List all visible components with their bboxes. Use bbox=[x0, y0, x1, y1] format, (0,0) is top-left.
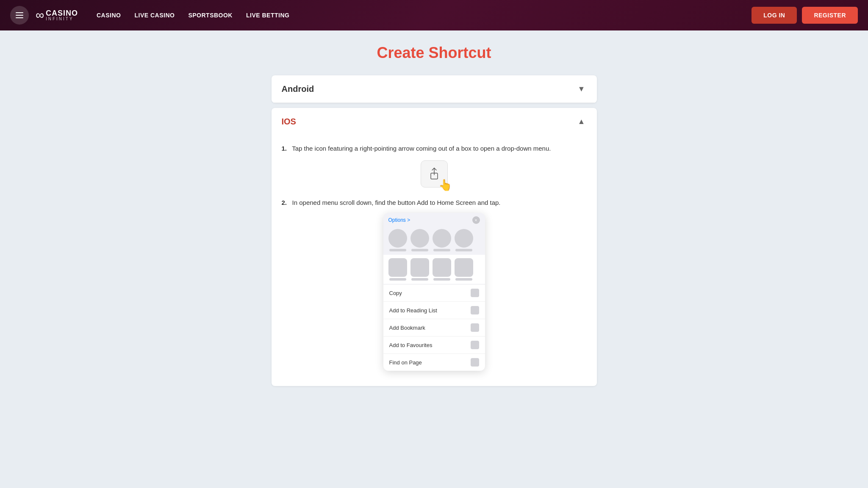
ios-menu-item-copy-icon bbox=[471, 289, 479, 297]
ios-circle-icon bbox=[433, 229, 451, 248]
ios-menu-item-copy-label: Copy bbox=[389, 290, 402, 296]
cursor-hand-icon: 👆 bbox=[438, 179, 452, 192]
ios-app-icons-row bbox=[383, 226, 485, 255]
ios-circle-icon bbox=[455, 229, 473, 248]
logo-infinity-symbol: ∞ bbox=[36, 9, 44, 21]
ios-menu-item-copy[interactable]: Copy bbox=[383, 284, 485, 302]
ios-square-icon bbox=[455, 258, 473, 277]
ios-app-square-4 bbox=[455, 258, 473, 281]
ios-options-label: Options > bbox=[388, 217, 410, 223]
ios-close-button[interactable]: × bbox=[472, 216, 480, 224]
android-accordion-title: Android bbox=[282, 84, 314, 94]
login-button[interactable]: LOG IN bbox=[752, 7, 797, 24]
ios-icon-label bbox=[433, 278, 450, 281]
ios-menu-item-find-icon bbox=[471, 358, 479, 367]
header: ∞ casino infinity CASINO LIVE CASINO SPO… bbox=[0, 0, 868, 30]
header-actions: LOG IN REGISTER bbox=[752, 7, 858, 24]
nav-live-betting[interactable]: LIVE BETTING bbox=[241, 8, 294, 22]
ios-icon-label bbox=[433, 249, 450, 251]
ios-app-icon-1 bbox=[388, 229, 407, 251]
ios-app-squares-row bbox=[383, 255, 485, 284]
ios-square-icon bbox=[388, 258, 407, 277]
ios-menu-item-reading-list-label: Add to Reading List bbox=[389, 307, 437, 314]
ios-accordion-content: 1. Tap the icon featuring a right-pointi… bbox=[272, 135, 597, 386]
ios-circle-icon bbox=[388, 229, 407, 248]
ios-icon-label bbox=[455, 249, 472, 251]
main-content: Create Shortcut Android ▼ IOS ▲ 1. Tap t… bbox=[265, 30, 604, 405]
ios-step1-text: 1. Tap the icon featuring a right-pointi… bbox=[282, 143, 587, 154]
page-title: Create Shortcut bbox=[272, 44, 597, 62]
ios-app-square-2 bbox=[410, 258, 429, 281]
nav-casino[interactable]: CASINO bbox=[92, 8, 126, 22]
ios-menu-item-find[interactable]: Find on Page bbox=[383, 354, 485, 371]
ios-accordion: IOS ▲ 1. Tap the icon featuring a right-… bbox=[272, 108, 597, 386]
ios-menu-item-bookmark-icon bbox=[471, 323, 479, 332]
android-accordion-header[interactable]: Android ▼ bbox=[272, 75, 597, 103]
ios-menu-item-bookmark-label: Add Bookmark bbox=[389, 325, 425, 331]
ios-menu-item-bookmark[interactable]: Add Bookmark bbox=[383, 319, 485, 336]
ios-menu-list: Copy Add to Reading List Add Bookmark bbox=[383, 284, 485, 371]
android-accordion: Android ▼ bbox=[272, 75, 597, 103]
ios-menu-screenshot: Options > × bbox=[282, 213, 587, 371]
ios-accordion-header[interactable]: IOS ▲ bbox=[272, 108, 597, 135]
ios-chevron-icon: ▲ bbox=[577, 116, 587, 127]
logo[interactable]: ∞ casino infinity bbox=[36, 9, 78, 21]
android-chevron-icon: ▼ bbox=[577, 84, 587, 94]
ios-app-icon-4 bbox=[455, 229, 473, 251]
ios-menu-item-reading-list-icon bbox=[471, 306, 479, 314]
ios-step2-text: 2. In opened menu scroll down, find the … bbox=[282, 198, 587, 208]
ios-icon-label bbox=[389, 249, 406, 251]
hamburger-icon bbox=[16, 12, 23, 18]
nav-live-casino[interactable]: LIVE CASINO bbox=[129, 8, 180, 22]
ios-square-icon bbox=[410, 258, 429, 277]
hamburger-button[interactable] bbox=[10, 6, 29, 25]
ios-step2-number: 2. bbox=[282, 199, 287, 206]
logo-infinity-text: infinity bbox=[46, 17, 78, 21]
main-nav: CASINO LIVE CASINO SPORTSBOOK LIVE BETTI… bbox=[92, 8, 752, 22]
ios-icon-label bbox=[411, 249, 428, 251]
ios-square-icon bbox=[433, 258, 451, 277]
ios-menu-top-bar: Options > × bbox=[383, 213, 485, 226]
share-icon-illustration: 👆 bbox=[282, 160, 587, 187]
register-button[interactable]: REGISTER bbox=[802, 7, 858, 24]
ios-app-icon-3 bbox=[433, 229, 451, 251]
ios-app-icon-2 bbox=[410, 229, 429, 251]
logo-casino-text: casino bbox=[46, 9, 78, 17]
ios-icon-label bbox=[455, 278, 472, 281]
ios-menu-inner: Options > × bbox=[383, 213, 485, 371]
ios-icon-label bbox=[411, 278, 428, 281]
ios-circle-icon bbox=[410, 229, 429, 248]
ios-accordion-title: IOS bbox=[282, 117, 296, 127]
ios-menu-item-favourites-icon bbox=[471, 341, 479, 349]
ios-menu-item-favourites[interactable]: Add to Favourites bbox=[383, 336, 485, 354]
ios-menu-item-favourites-label: Add to Favourites bbox=[389, 342, 433, 348]
ios-icon-label bbox=[389, 278, 406, 281]
nav-sportsbook[interactable]: SPORTSBOOK bbox=[183, 8, 238, 22]
ios-app-square-1 bbox=[388, 258, 407, 281]
ios-menu-item-reading-list[interactable]: Add to Reading List bbox=[383, 302, 485, 319]
ios-app-square-3 bbox=[433, 258, 451, 281]
ios-step1-number: 1. bbox=[282, 145, 287, 152]
ios-menu-item-find-label: Find on Page bbox=[389, 359, 422, 366]
